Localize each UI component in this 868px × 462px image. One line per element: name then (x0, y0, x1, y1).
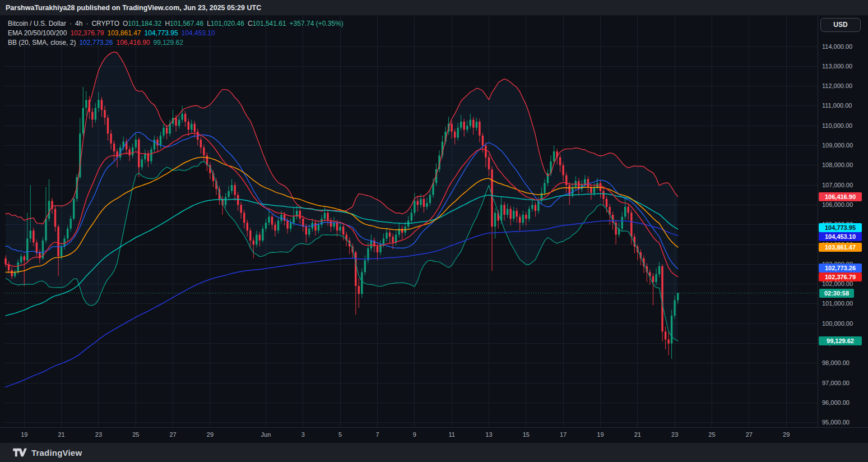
date-axis-label: 11 (439, 431, 464, 438)
ema20-value: 102,376.79 (70, 29, 104, 38)
date-axis-label: 3 (291, 431, 315, 438)
price-axis-label: 107,000.00 (822, 182, 853, 189)
legend-bb-row[interactable]: BB (20, SMA, close, 2) 102,773.26 106,41… (8, 38, 344, 47)
date-axis-label: 21 (49, 431, 74, 438)
price-axis-label: 109,000.00 (822, 142, 853, 149)
price-badge-bb-basis: 102,773.26 (819, 264, 862, 272)
date-axis-label: 27 (737, 431, 762, 438)
date-axis-label: Jun (253, 431, 278, 438)
date-axis-label: 29 (774, 431, 799, 438)
time-axis[interactable]: 192123252729Jun357911131517192123252729 (0, 427, 868, 443)
chart-legend: Bitcoin / U.S. Dollar · 4h · CRYPTO O101… (8, 19, 344, 48)
date-axis-label: 5 (328, 431, 352, 438)
price-badge-ema20: 102,376.79 (819, 272, 862, 281)
date-axis-label: 21 (625, 431, 650, 438)
price-axis-label: 101,000.00 (822, 300, 853, 307)
price-change: +357.74 (+0.35%) (290, 19, 344, 28)
date-axis-label: 27 (161, 431, 185, 438)
price-chart[interactable] (0, 0, 868, 462)
price-axis-label: 102,000.00 (822, 280, 853, 288)
date-axis-label: 17 (551, 431, 575, 438)
legend-ema-row[interactable]: EMA 20/50/100/200 102,376.79 103,861.47 … (8, 29, 344, 38)
price-badge-bb-lower: 99,129.62 (819, 336, 862, 345)
price-badge-ema100: 104,773.95 (819, 223, 862, 232)
ema200-value: 104,453.10 (182, 29, 215, 38)
footer: TradingView (0, 443, 868, 462)
bb-upper-value: 106,416.90 (116, 38, 150, 47)
tradingview-wordmark: TradingView (31, 448, 82, 458)
date-axis-label: 15 (514, 431, 539, 438)
date-axis-label: 29 (198, 431, 222, 438)
tradingview-published-chart: ParshwaTurakhiya28 published on TradingV… (0, 0, 868, 462)
ohlc-low: L101,020.46 (207, 19, 244, 28)
ohlc-high: H101,567.46 (165, 19, 203, 28)
separator: · (69, 19, 72, 28)
date-axis-label: 19 (12, 431, 36, 438)
price-badge-ema200: 104,453.10 (819, 232, 862, 241)
price-axis-label: 98,000.00 (822, 359, 850, 367)
timeframe[interactable]: 4h (75, 19, 82, 28)
price-axis-label: 97,000.00 (822, 380, 850, 387)
currency-button[interactable]: USD (820, 18, 861, 32)
separator: · (86, 19, 88, 28)
exchange: CRYPTO (91, 19, 119, 28)
price-axis-label: 111,000.00 (822, 102, 852, 109)
date-axis-label: 23 (86, 431, 111, 438)
date-axis-label: 19 (588, 431, 612, 438)
date-axis-label: 25 (699, 431, 724, 438)
date-axis-label: 7 (365, 431, 389, 438)
legend-symbol-row[interactable]: Bitcoin / U.S. Dollar · 4h · CRYPTO O101… (8, 19, 344, 28)
bb-basis-value: 102,773.26 (79, 38, 113, 47)
price-badge-ema50: 103,861.47 (819, 243, 862, 252)
price-axis-label: 113,000.00 (822, 63, 852, 70)
price-axis-label: 95,000.00 (822, 419, 850, 426)
bollinger-fill (6, 52, 678, 341)
ohlc-open: O101,184.32 (123, 19, 161, 28)
price-axis[interactable]: 114,000.00113,000.00112,000.00111,000.00… (818, 16, 868, 427)
ema100-value: 104,773.95 (145, 29, 178, 38)
ema-label: EMA 20/50/100/200 (8, 29, 67, 38)
ohlc-close: C101,541.61 (248, 19, 286, 28)
price-axis-label: 100,000.00 (822, 320, 853, 327)
bb-label: BB (20, SMA, close, 2) (8, 38, 76, 47)
price-badge-bb-upper: 106,416.90 (819, 192, 862, 201)
ema50-value: 103,861.47 (107, 29, 141, 38)
currency-button-label: USD (833, 21, 847, 29)
bb-lower-value: 99,129.62 (154, 38, 183, 47)
price-axis-label: 112,000.00 (822, 82, 852, 90)
publish-header: ParshwaTurakhiya28 published on TradingV… (0, 0, 868, 16)
price-axis-label: 110,000.00 (822, 122, 852, 130)
date-axis-label: 23 (662, 431, 687, 438)
date-axis-label: 25 (123, 431, 148, 438)
price-axis-label: 96,000.00 (822, 399, 850, 406)
price-axis-label: 114,000.00 (822, 43, 852, 50)
price-axis-label: 106,000.00 (822, 201, 853, 209)
price-axis-label: 108,000.00 (822, 161, 853, 169)
price-badge-countdown: 02:30:58 (819, 289, 854, 298)
tradingview-logo-icon (12, 447, 27, 458)
publish-header-text: ParshwaTurakhiya28 published on TradingV… (6, 4, 261, 12)
date-axis-label: 13 (476, 431, 501, 438)
symbol-name: Bitcoin / U.S. Dollar (8, 19, 66, 28)
date-axis-label: 9 (402, 431, 427, 438)
